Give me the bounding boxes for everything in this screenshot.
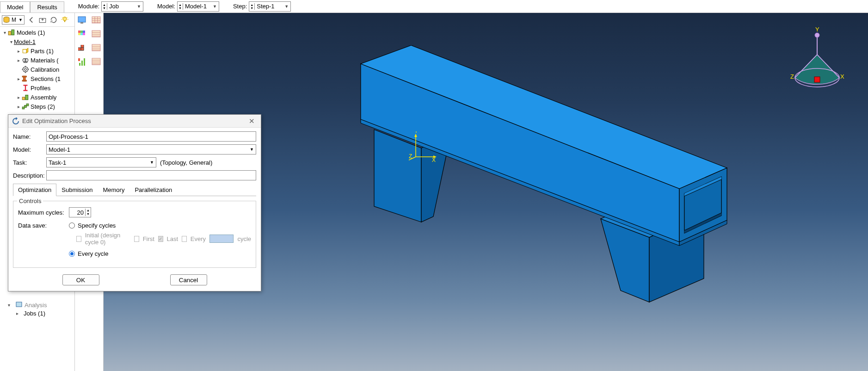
svg-rect-17 bbox=[26, 104, 29, 106]
hint-icon[interactable] bbox=[61, 16, 69, 24]
svg-rect-15 bbox=[22, 107, 25, 109]
tree-steps[interactable]: ▸ Steps (2) bbox=[0, 102, 74, 111]
svg-rect-23 bbox=[83, 31, 85, 33]
name-input[interactable] bbox=[46, 131, 256, 142]
model-select[interactable]: Model-1 ▼ bbox=[46, 144, 256, 155]
spin-down-icon[interactable]: ▼ bbox=[178, 6, 183, 10]
task-select[interactable]: Task-1 ▼ bbox=[46, 157, 156, 167]
spin-down-icon[interactable]: ▼ bbox=[86, 212, 91, 216]
tree-model-1[interactable]: ▾ Model-1 bbox=[0, 37, 74, 46]
svg-rect-12 bbox=[22, 80, 26, 81]
job-manager-icon[interactable] bbox=[90, 15, 102, 26]
tree-analysis-peek: ▾ Analysis ▸ Jobs (1) bbox=[8, 301, 47, 317]
tree-profiles[interactable]: ▸ Profiles bbox=[0, 83, 74, 93]
dialog-tabs: Optimization Submission Memory Paralleli… bbox=[13, 183, 256, 196]
tab-memory[interactable]: Memory bbox=[98, 184, 129, 196]
svg-point-59 bbox=[815, 33, 819, 37]
close-icon[interactable]: ✕ bbox=[246, 117, 257, 125]
expand-icon[interactable]: ▸ bbox=[16, 58, 21, 63]
dialog-titlebar[interactable]: Edit Optimization Process ✕ bbox=[8, 115, 261, 128]
tree-materials[interactable]: ▸ Materials ( bbox=[0, 56, 74, 65]
profiles-icon bbox=[21, 84, 30, 92]
parts-icon bbox=[21, 47, 30, 55]
description-label: Description: bbox=[13, 172, 46, 179]
spin-up-icon[interactable]: ▲ bbox=[102, 3, 107, 6]
tree-parts[interactable]: ▸ Parts (1) bbox=[0, 46, 74, 56]
folder-up-icon[interactable] bbox=[38, 16, 47, 24]
collapse-icon[interactable]: ▾ bbox=[8, 39, 14, 44]
analysis-icon bbox=[15, 301, 23, 309]
spin-up-icon[interactable]: ▲ bbox=[249, 3, 254, 6]
spin-down-icon[interactable]: ▼ bbox=[249, 6, 254, 10]
view-compass[interactable]: Y X Z bbox=[789, 27, 845, 101]
table2-tool-icon[interactable] bbox=[90, 43, 102, 54]
tree-jobs[interactable]: ▸ Jobs (1) bbox=[8, 309, 47, 317]
svg-text:Y: Y bbox=[815, 27, 819, 33]
sections-icon bbox=[21, 75, 30, 82]
radio-specify-cycles[interactable]: Specify cycles bbox=[69, 222, 116, 229]
svg-rect-25 bbox=[80, 33, 83, 35]
tree-filter-combo[interactable]: M ▼ bbox=[2, 15, 25, 25]
step-selector[interactable]: ▲▼ Step-1 ▼ bbox=[249, 1, 291, 12]
chevron-down-icon: ▼ bbox=[250, 147, 254, 152]
every-n-field bbox=[209, 235, 234, 243]
nav-back-icon[interactable] bbox=[27, 16, 36, 24]
module-label: Module: bbox=[78, 3, 99, 10]
tree-models-root[interactable]: ▾ Models (1) bbox=[0, 28, 74, 37]
tab-results[interactable]: Results bbox=[30, 1, 64, 12]
controls-legend: Controls bbox=[17, 198, 43, 204]
tab-parallelization[interactable]: Parallelization bbox=[129, 184, 177, 196]
module-selector[interactable]: ▲▼ Job ▼ bbox=[101, 1, 143, 12]
svg-rect-65 bbox=[814, 77, 820, 82]
mesh-element-icon[interactable] bbox=[76, 43, 88, 54]
job-monitor-icon[interactable] bbox=[76, 15, 88, 26]
tab-optimization[interactable]: Optimization bbox=[13, 184, 56, 196]
target-icon bbox=[21, 66, 30, 73]
svg-rect-22 bbox=[80, 31, 83, 33]
tab-submission[interactable]: Submission bbox=[56, 184, 98, 196]
expand-icon[interactable]: ▸ bbox=[16, 104, 21, 109]
chevron-down-icon: ▼ bbox=[17, 18, 24, 22]
mesh-colors-icon[interactable] bbox=[76, 29, 88, 40]
controls-group: Controls Maximum cycles: ▲▼ Data save: S… bbox=[13, 201, 256, 268]
dialog-title: Edit Optimization Process bbox=[22, 117, 246, 124]
optimization-icon[interactable] bbox=[76, 56, 88, 68]
svg-rect-16 bbox=[25, 105, 27, 108]
svg-rect-4 bbox=[8, 31, 11, 35]
description-input[interactable] bbox=[46, 170, 256, 180]
table-tool-icon[interactable] bbox=[90, 29, 102, 40]
tab-model[interactable]: Model bbox=[0, 1, 30, 12]
data-save-label: Data save: bbox=[18, 222, 69, 229]
ok-button[interactable]: OK bbox=[62, 274, 99, 285]
expand-icon[interactable]: ▸ bbox=[16, 49, 21, 54]
table3-tool-icon[interactable] bbox=[90, 56, 102, 68]
svg-rect-28 bbox=[78, 48, 81, 50]
svg-text:X: X bbox=[840, 73, 844, 80]
max-cycles-input[interactable] bbox=[69, 208, 85, 217]
materials-icon bbox=[21, 56, 30, 64]
tree-assembly[interactable]: ▸ Assembly bbox=[0, 93, 74, 102]
max-cycles-stepper[interactable]: ▲▼ bbox=[69, 207, 91, 217]
cancel-button[interactable]: Cancel bbox=[170, 274, 207, 285]
spin-up-icon[interactable]: ▲ bbox=[86, 209, 91, 212]
svg-point-2 bbox=[63, 17, 67, 20]
tree-calibration[interactable]: ▸ Calibration bbox=[0, 65, 74, 74]
svg-rect-33 bbox=[81, 61, 83, 66]
step-label: Step: bbox=[233, 3, 247, 10]
tree-sections[interactable]: ▸ Sections (1 bbox=[0, 74, 74, 83]
radio-every-cycle[interactable]: Every cycle bbox=[69, 250, 108, 257]
refresh-icon[interactable] bbox=[49, 16, 58, 24]
model-selector[interactable]: ▲▼ Model-1 ▼ bbox=[177, 1, 219, 12]
expand-icon[interactable]: ▸ bbox=[16, 95, 21, 100]
svg-point-8 bbox=[23, 67, 28, 72]
chevron-down-icon: ▼ bbox=[283, 4, 290, 9]
spin-up-icon[interactable]: ▲ bbox=[178, 3, 183, 6]
spin-down-icon[interactable]: ▼ bbox=[102, 6, 107, 10]
svg-text:Z: Z bbox=[790, 73, 794, 80]
svg-rect-11 bbox=[22, 76, 26, 77]
collapse-icon[interactable]: ▾ bbox=[2, 30, 7, 35]
svg-rect-5 bbox=[12, 30, 14, 35]
expand-icon[interactable]: ▸ bbox=[16, 76, 21, 81]
tree-analysis[interactable]: ▾ Analysis bbox=[8, 301, 47, 309]
database-icon bbox=[2, 16, 11, 24]
